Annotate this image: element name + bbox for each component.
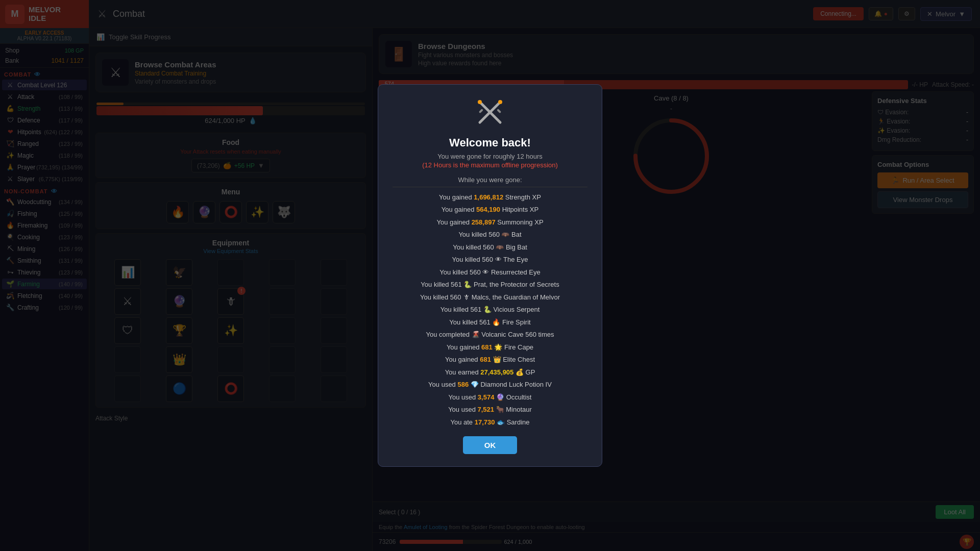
- modal-row-1: You gained 564,190 Hitpoints XP: [393, 205, 587, 215]
- modal-row-3: You killed 560 🦇 Bat: [393, 230, 587, 240]
- modal-row-0: You gained 1,696,812 Strength XP: [393, 192, 587, 203]
- modal-row-5: You killed 560 👁 The Eye: [393, 255, 587, 265]
- modal-row-8: You killed 560 🗡 Malcs, the Guardian of …: [393, 292, 587, 303]
- modal-overlay: Welcome back! You were gone for roughly …: [0, 0, 980, 551]
- modal-ok-button[interactable]: OK: [463, 436, 518, 454]
- modal-row-11: You completed 🌋 Volcanic Cave 560 times: [393, 330, 587, 340]
- modal-header-icon: [393, 97, 587, 132]
- modal-row-17: You used 7,521 🐂 Minotaur: [393, 405, 587, 415]
- modal-row-7: You killed 561 🐍 Prat, the Protector of …: [393, 280, 587, 290]
- svg-rect-6: [479, 109, 483, 113]
- modal-row-2: You gained 258,897 Summoning XP: [393, 217, 587, 228]
- modal-row-6: You killed 560 👁 Resurrected Eye: [393, 267, 587, 278]
- modal-row-10: You killed 561 🔥 Fire Spirit: [393, 317, 587, 328]
- modal-row-16: You used 3,574 🔮 Occultist: [393, 392, 587, 403]
- modal-title: Welcome back!: [393, 136, 587, 149]
- modal-row-9: You killed 561 🐍 Vicious Serpent: [393, 305, 587, 315]
- modal-row-13: You gained 681 👑 Elite Chest: [393, 355, 587, 365]
- modal-warning: (12 Hours is the maximum offline progres…: [393, 161, 587, 169]
- modal-subtitle: You were gone for roughly 12 hours: [393, 153, 587, 160]
- svg-point-5: [498, 100, 502, 104]
- modal-row-18: You ate 17,730 🐟 Sardine: [393, 417, 587, 428]
- svg-point-4: [478, 100, 482, 104]
- modal-row-15: You used 586 💎 Diamond Luck Potion IV: [393, 380, 587, 390]
- svg-rect-7: [497, 109, 501, 113]
- modal-section-label: While you were gone:: [393, 176, 587, 187]
- modal-row-4: You killed 560 🦇 Big Bat: [393, 242, 587, 253]
- modal-row-14: You earned 27,435,905 💰 GP: [393, 367, 587, 378]
- modal-row-12: You gained 681 🌟 Fire Cape: [393, 342, 587, 353]
- welcome-back-modal: Welcome back! You were gone for roughly …: [378, 84, 602, 467]
